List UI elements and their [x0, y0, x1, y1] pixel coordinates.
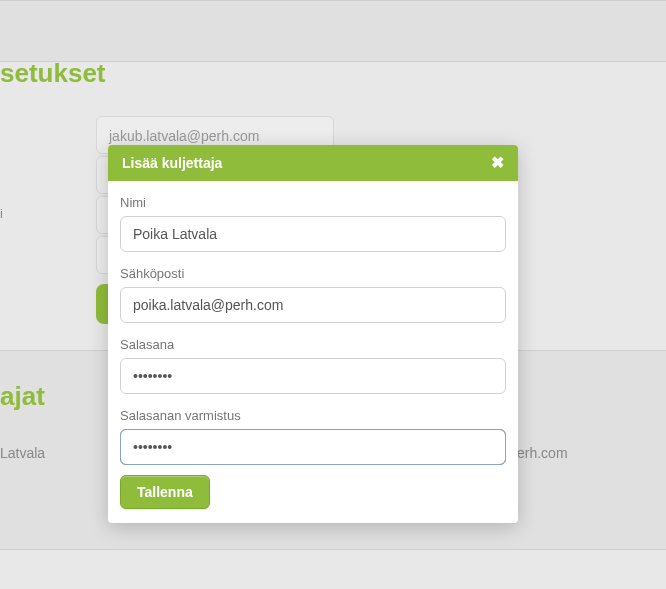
email-input[interactable]: [120, 287, 506, 323]
confirm-password-input[interactable]: [120, 429, 506, 465]
email-label: Sähköposti: [120, 266, 506, 281]
password-input[interactable]: [120, 358, 506, 394]
modal-overlay: Lisää kuljettaja ✖ Nimi Sähköposti Salas…: [0, 0, 666, 589]
password-label: Salasana: [120, 337, 506, 352]
modal-body: Nimi Sähköposti Salasana Salasanan varmi…: [108, 181, 518, 523]
name-input[interactable]: [120, 216, 506, 252]
modal-header: Lisää kuljettaja ✖: [108, 145, 518, 181]
close-icon[interactable]: ✖: [491, 155, 504, 171]
add-driver-modal: Lisää kuljettaja ✖ Nimi Sähköposti Salas…: [108, 145, 518, 523]
name-label: Nimi: [120, 195, 506, 210]
modal-title: Lisää kuljettaja: [122, 155, 222, 171]
confirm-label: Salasanan varmistus: [120, 408, 506, 423]
save-button[interactable]: Tallenna: [120, 475, 210, 509]
